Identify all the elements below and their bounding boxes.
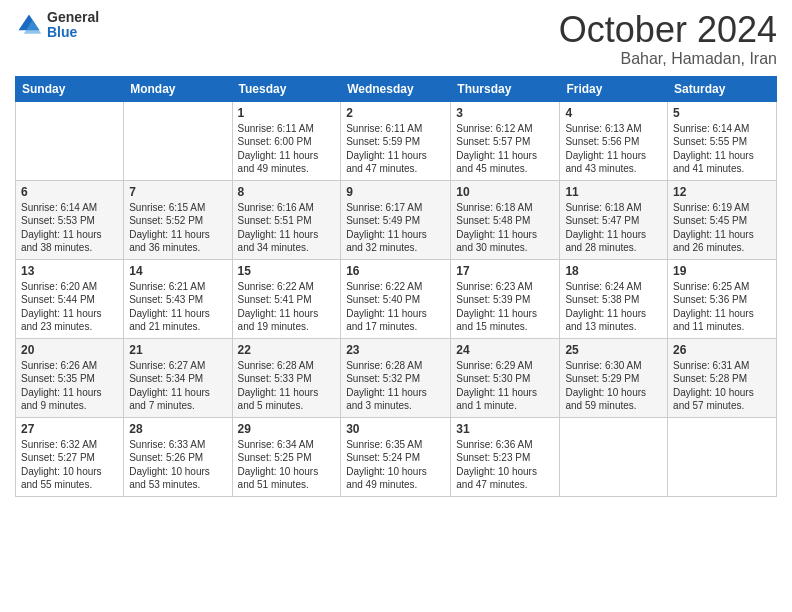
day-number: 21 [129, 343, 226, 357]
calendar-cell: 30Sunrise: 6:35 AMSunset: 5:24 PMDayligh… [341, 417, 451, 496]
calendar-row-3: 20Sunrise: 6:26 AMSunset: 5:35 PMDayligh… [16, 338, 777, 417]
day-number: 16 [346, 264, 445, 278]
title-block: October 2024 Bahar, Hamadan, Iran [559, 10, 777, 68]
day-number: 4 [565, 106, 662, 120]
day-number: 10 [456, 185, 554, 199]
day-number: 25 [565, 343, 662, 357]
cell-content: Sunrise: 6:20 AMSunset: 5:44 PMDaylight:… [21, 280, 118, 334]
cell-content: Sunrise: 6:12 AMSunset: 5:57 PMDaylight:… [456, 122, 554, 176]
day-number: 23 [346, 343, 445, 357]
logo-general: General [47, 10, 99, 25]
cell-content: Sunrise: 6:35 AMSunset: 5:24 PMDaylight:… [346, 438, 445, 492]
cell-content: Sunrise: 6:21 AMSunset: 5:43 PMDaylight:… [129, 280, 226, 334]
calendar-cell: 14Sunrise: 6:21 AMSunset: 5:43 PMDayligh… [124, 259, 232, 338]
location-title: Bahar, Hamadan, Iran [559, 50, 777, 68]
cell-content: Sunrise: 6:14 AMSunset: 5:53 PMDaylight:… [21, 201, 118, 255]
cell-content: Sunrise: 6:27 AMSunset: 5:34 PMDaylight:… [129, 359, 226, 413]
calendar-cell: 20Sunrise: 6:26 AMSunset: 5:35 PMDayligh… [16, 338, 124, 417]
cell-content: Sunrise: 6:22 AMSunset: 5:41 PMDaylight:… [238, 280, 336, 334]
cell-content: Sunrise: 6:19 AMSunset: 5:45 PMDaylight:… [673, 201, 771, 255]
cell-content: Sunrise: 6:23 AMSunset: 5:39 PMDaylight:… [456, 280, 554, 334]
cell-content: Sunrise: 6:18 AMSunset: 5:47 PMDaylight:… [565, 201, 662, 255]
calendar-row-0: 1Sunrise: 6:11 AMSunset: 6:00 PMDaylight… [16, 101, 777, 180]
cell-content: Sunrise: 6:33 AMSunset: 5:26 PMDaylight:… [129, 438, 226, 492]
calendar-cell: 2Sunrise: 6:11 AMSunset: 5:59 PMDaylight… [341, 101, 451, 180]
cell-content: Sunrise: 6:32 AMSunset: 5:27 PMDaylight:… [21, 438, 118, 492]
cell-content: Sunrise: 6:11 AMSunset: 6:00 PMDaylight:… [238, 122, 336, 176]
calendar-cell: 18Sunrise: 6:24 AMSunset: 5:38 PMDayligh… [560, 259, 668, 338]
cell-content: Sunrise: 6:24 AMSunset: 5:38 PMDaylight:… [565, 280, 662, 334]
calendar-header-row: Sunday Monday Tuesday Wednesday Thursday… [16, 76, 777, 101]
calendar-cell: 27Sunrise: 6:32 AMSunset: 5:27 PMDayligh… [16, 417, 124, 496]
cell-content: Sunrise: 6:28 AMSunset: 5:33 PMDaylight:… [238, 359, 336, 413]
calendar-cell: 17Sunrise: 6:23 AMSunset: 5:39 PMDayligh… [451, 259, 560, 338]
day-number: 8 [238, 185, 336, 199]
day-number: 20 [21, 343, 118, 357]
cell-content: Sunrise: 6:25 AMSunset: 5:36 PMDaylight:… [673, 280, 771, 334]
calendar-cell: 13Sunrise: 6:20 AMSunset: 5:44 PMDayligh… [16, 259, 124, 338]
calendar-cell: 29Sunrise: 6:34 AMSunset: 5:25 PMDayligh… [232, 417, 341, 496]
logo-blue: Blue [47, 25, 99, 40]
cell-content: Sunrise: 6:22 AMSunset: 5:40 PMDaylight:… [346, 280, 445, 334]
calendar-cell: 12Sunrise: 6:19 AMSunset: 5:45 PMDayligh… [668, 180, 777, 259]
calendar-row-4: 27Sunrise: 6:32 AMSunset: 5:27 PMDayligh… [16, 417, 777, 496]
cell-content: Sunrise: 6:30 AMSunset: 5:29 PMDaylight:… [565, 359, 662, 413]
calendar-cell: 21Sunrise: 6:27 AMSunset: 5:34 PMDayligh… [124, 338, 232, 417]
calendar-cell: 26Sunrise: 6:31 AMSunset: 5:28 PMDayligh… [668, 338, 777, 417]
calendar-cell: 28Sunrise: 6:33 AMSunset: 5:26 PMDayligh… [124, 417, 232, 496]
calendar-cell: 11Sunrise: 6:18 AMSunset: 5:47 PMDayligh… [560, 180, 668, 259]
col-thursday: Thursday [451, 76, 560, 101]
calendar-cell: 31Sunrise: 6:36 AMSunset: 5:23 PMDayligh… [451, 417, 560, 496]
col-wednesday: Wednesday [341, 76, 451, 101]
cell-content: Sunrise: 6:15 AMSunset: 5:52 PMDaylight:… [129, 201, 226, 255]
cell-content: Sunrise: 6:28 AMSunset: 5:32 PMDaylight:… [346, 359, 445, 413]
cell-content: Sunrise: 6:16 AMSunset: 5:51 PMDaylight:… [238, 201, 336, 255]
calendar-cell: 25Sunrise: 6:30 AMSunset: 5:29 PMDayligh… [560, 338, 668, 417]
day-number: 30 [346, 422, 445, 436]
calendar-row-1: 6Sunrise: 6:14 AMSunset: 5:53 PMDaylight… [16, 180, 777, 259]
cell-content: Sunrise: 6:17 AMSunset: 5:49 PMDaylight:… [346, 201, 445, 255]
cell-content: Sunrise: 6:31 AMSunset: 5:28 PMDaylight:… [673, 359, 771, 413]
cell-content: Sunrise: 6:36 AMSunset: 5:23 PMDaylight:… [456, 438, 554, 492]
day-number: 18 [565, 264, 662, 278]
calendar-cell: 15Sunrise: 6:22 AMSunset: 5:41 PMDayligh… [232, 259, 341, 338]
day-number: 19 [673, 264, 771, 278]
calendar-cell [668, 417, 777, 496]
cell-content: Sunrise: 6:34 AMSunset: 5:25 PMDaylight:… [238, 438, 336, 492]
cell-content: Sunrise: 6:13 AMSunset: 5:56 PMDaylight:… [565, 122, 662, 176]
calendar-cell [560, 417, 668, 496]
calendar-cell: 16Sunrise: 6:22 AMSunset: 5:40 PMDayligh… [341, 259, 451, 338]
calendar-cell: 10Sunrise: 6:18 AMSunset: 5:48 PMDayligh… [451, 180, 560, 259]
calendar-cell [124, 101, 232, 180]
col-tuesday: Tuesday [232, 76, 341, 101]
calendar-cell: 5Sunrise: 6:14 AMSunset: 5:55 PMDaylight… [668, 101, 777, 180]
day-number: 17 [456, 264, 554, 278]
day-number: 24 [456, 343, 554, 357]
day-number: 15 [238, 264, 336, 278]
day-number: 1 [238, 106, 336, 120]
day-number: 13 [21, 264, 118, 278]
col-monday: Monday [124, 76, 232, 101]
calendar-cell: 4Sunrise: 6:13 AMSunset: 5:56 PMDaylight… [560, 101, 668, 180]
calendar-cell: 1Sunrise: 6:11 AMSunset: 6:00 PMDaylight… [232, 101, 341, 180]
calendar-cell: 19Sunrise: 6:25 AMSunset: 5:36 PMDayligh… [668, 259, 777, 338]
day-number: 31 [456, 422, 554, 436]
col-friday: Friday [560, 76, 668, 101]
day-number: 29 [238, 422, 336, 436]
cell-content: Sunrise: 6:18 AMSunset: 5:48 PMDaylight:… [456, 201, 554, 255]
cell-content: Sunrise: 6:14 AMSunset: 5:55 PMDaylight:… [673, 122, 771, 176]
calendar-table: Sunday Monday Tuesday Wednesday Thursday… [15, 76, 777, 497]
calendar-cell: 23Sunrise: 6:28 AMSunset: 5:32 PMDayligh… [341, 338, 451, 417]
day-number: 28 [129, 422, 226, 436]
calendar-cell: 24Sunrise: 6:29 AMSunset: 5:30 PMDayligh… [451, 338, 560, 417]
day-number: 12 [673, 185, 771, 199]
day-number: 5 [673, 106, 771, 120]
calendar-row-2: 13Sunrise: 6:20 AMSunset: 5:44 PMDayligh… [16, 259, 777, 338]
col-sunday: Sunday [16, 76, 124, 101]
calendar-cell: 7Sunrise: 6:15 AMSunset: 5:52 PMDaylight… [124, 180, 232, 259]
logo-text: General Blue [47, 10, 99, 41]
day-number: 22 [238, 343, 336, 357]
calendar-cell: 22Sunrise: 6:28 AMSunset: 5:33 PMDayligh… [232, 338, 341, 417]
header: General Blue October 2024 Bahar, Hamadan… [15, 10, 777, 68]
day-number: 9 [346, 185, 445, 199]
